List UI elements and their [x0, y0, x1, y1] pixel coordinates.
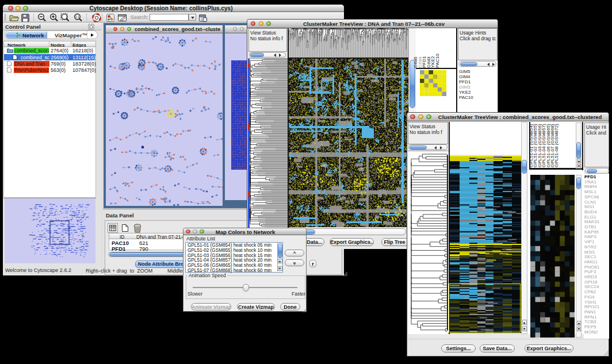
svg-text:1:1: 1:1: [75, 15, 79, 18]
